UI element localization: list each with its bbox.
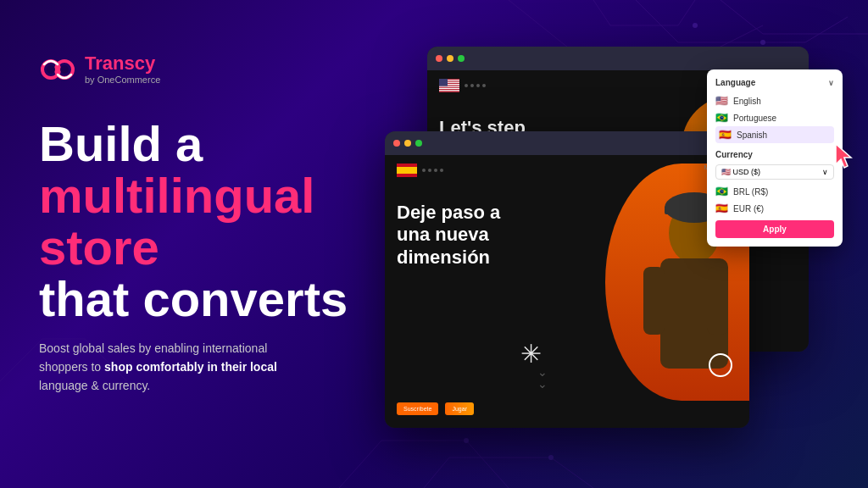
- logo-text: Transcy by OneCommerce: [85, 54, 160, 85]
- lang-english-item[interactable]: 🇺🇸 English: [715, 92, 834, 109]
- right-panel: HOME ABOUT Let's step into a new dimensi…: [376, 0, 868, 488]
- hero-desc-text2: shoppers to: [39, 360, 104, 374]
- svg-marker-21: [836, 144, 851, 168]
- front-btn2[interactable]: Jugar: [445, 402, 474, 415]
- svg-point-12: [60, 65, 69, 74]
- currency-eur-item[interactable]: 🇪🇸 EUR (€): [715, 200, 834, 217]
- hero-text-block: Build a multilingual store that converts: [39, 119, 395, 325]
- front-hero-line2: una nueva: [397, 224, 500, 246]
- front-browser-hero: Deje paso a una nueva dimensión: [397, 202, 500, 269]
- logo-brand-name: Transcy: [85, 54, 160, 73]
- browser-front-content: MENU Deje paso a una nueva dimensión: [385, 155, 749, 428]
- brazil-flag-emoji: 🇧🇷: [715, 112, 728, 124]
- hero-desc-text1: Boost global sales by enabling internati…: [39, 341, 267, 355]
- browser-front-titlebar: [385, 131, 749, 155]
- cursor-icon: [832, 142, 860, 169]
- eur-flag-emoji: 🇪🇸: [715, 202, 728, 214]
- svg-rect-18: [439, 88, 459, 89]
- svg-rect-19: [439, 90, 459, 91]
- logo-trans: Trans: [85, 53, 135, 74]
- logo-area: Transcy by OneCommerce: [39, 51, 395, 88]
- svg-rect-23: [397, 167, 417, 174]
- currency-usd-item[interactable]: 🇺🇸 USD ($) ∨: [715, 164, 834, 180]
- currency-chevron-icon: ∨: [822, 168, 828, 176]
- lang-portuguese-item[interactable]: 🇧🇷 Portuguese: [715, 109, 834, 126]
- front-hero-line3: dimensión: [397, 247, 500, 269]
- browser-front: MENU Deje paso a una nueva dimensión: [385, 131, 749, 428]
- apply-button[interactable]: Apply: [715, 220, 834, 238]
- transcy-logo-icon: [39, 51, 76, 88]
- currency-eur-label: EUR (€): [733, 204, 764, 214]
- logo-subtitle: by OneCommerce: [85, 75, 160, 85]
- svg-rect-27: [707, 267, 728, 335]
- hero-desc-text3: language & currency.: [39, 379, 150, 392]
- us-flag-icon: [439, 79, 459, 92]
- hero-line2: multilingual store: [39, 170, 395, 274]
- language-section-label: Language ∨: [715, 78, 834, 87]
- lang-spanish-item[interactable]: 🇪🇸 Spanish: [715, 126, 834, 143]
- spain-flag-emoji: 🇪🇸: [719, 129, 732, 141]
- front-btn1[interactable]: Suscríbete: [397, 402, 438, 415]
- lang-portuguese-label: Portuguese: [733, 114, 776, 123]
- front-hero-line1: Deje paso a: [397, 202, 500, 224]
- logo-cy: cy: [135, 53, 155, 74]
- currency-section-label: Currency: [715, 150, 834, 159]
- flag-bar-front: [397, 164, 443, 177]
- language-chevron-icon: ∨: [828, 79, 834, 87]
- svg-point-11: [47, 65, 55, 74]
- us-flag-emoji: 🇺🇸: [715, 95, 728, 107]
- circle-target-icon: [709, 353, 732, 377]
- brl-flag-emoji: 🇧🇷: [715, 186, 728, 197]
- lang-spanish-label: Spanish: [737, 130, 767, 140]
- double-chevron-icon: ⌄⌄: [537, 366, 548, 390]
- hero-line1: Build a: [39, 119, 395, 170]
- spain-flag-icon: [397, 164, 417, 177]
- currency-brl-label: BRL (R$): [733, 187, 768, 197]
- dot-row-front: [422, 169, 443, 172]
- dot-row-back: [465, 84, 486, 87]
- left-panel: Transcy by OneCommerce Build a multiling…: [39, 51, 395, 396]
- hero-description: Boost global sales by enabling internati…: [39, 339, 344, 396]
- browser-back-titlebar: [427, 47, 809, 70]
- flag-bar-back: [439, 79, 486, 92]
- language-currency-dropdown[interactable]: Language ∨ 🇺🇸 English 🇧🇷 Portuguese 🇪🇸 S…: [707, 69, 843, 247]
- snowflake-front: ✳: [520, 339, 542, 369]
- currency-brl-item[interactable]: 🇧🇷 BRL (R$): [715, 183, 834, 200]
- hero-line3: that converts: [39, 274, 395, 325]
- svg-rect-20: [439, 79, 448, 86]
- svg-rect-26: [643, 267, 665, 335]
- hero-desc-bold: shop comfortably in their local: [104, 360, 277, 374]
- currency-usd-label: USD ($): [733, 168, 761, 176]
- lang-english-label: English: [733, 97, 761, 106]
- currency-section: Currency 🇺🇸 USD ($) ∨ 🇧🇷 BRL (R$) 🇪🇸 EUR…: [715, 150, 834, 238]
- browser-front-buttons: Suscríbete Jugar: [397, 402, 474, 415]
